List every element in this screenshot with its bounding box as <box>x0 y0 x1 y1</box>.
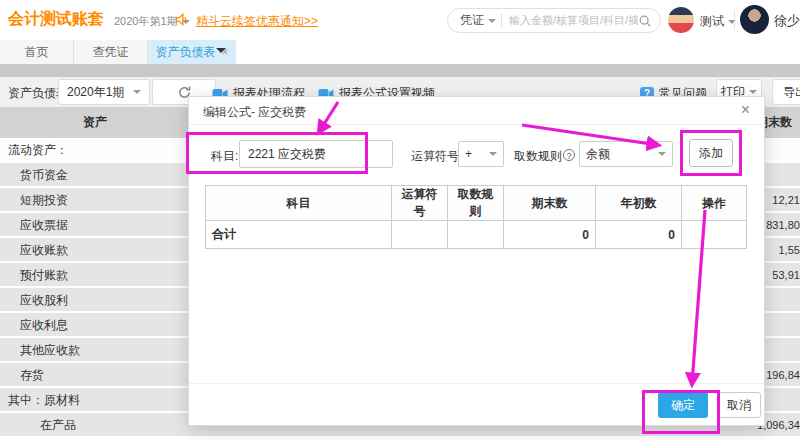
report-period-select[interactable]: 2020年1期 <box>58 79 150 105</box>
total-rule <box>448 221 504 249</box>
dialog-titlebar: 编辑公式- 应交税费 × <box>189 97 764 125</box>
formula-items-table: 科目 运算符号 取数规则 期末数 年初数 操作 合计 0 0 <box>205 185 747 249</box>
cancel-button[interactable]: 取消 <box>717 392 761 418</box>
account-owner-name: 徐少春个 <box>774 12 800 30</box>
subject-label: 科目: <box>211 143 238 169</box>
chevron-down-icon <box>489 152 497 160</box>
promo-notice-link[interactable]: 精斗云续签优惠通知>> <box>196 13 318 30</box>
total-opening-value: 0 <box>596 221 682 249</box>
tab-vouchers[interactable]: 查凭证 <box>74 40 148 64</box>
rule-label: 取数规则?： <box>514 143 588 169</box>
avatar[interactable] <box>668 7 694 33</box>
col-operator: 运算符号 <box>392 186 448 221</box>
app-window: 会计测试账套 2020年第1期 精斗云续签优惠通知>> 凭证 输入金额/核算项目… <box>0 0 800 440</box>
dialog-title: 编辑公式- 应交税费 <box>203 104 306 121</box>
avatar[interactable] <box>740 5 769 34</box>
col-action: 操作 <box>682 186 747 221</box>
search-category-dropdown[interactable]: 凭证 <box>460 12 484 29</box>
confirm-button[interactable]: 确定 <box>658 392 708 418</box>
total-row: 合计 0 0 <box>206 221 747 249</box>
edit-formula-dialog: 编辑公式- 应交税费 × 科目: 运算符号: + 取数规则?： 余额 添加 科目… <box>188 96 765 426</box>
close-icon[interactable]: × <box>741 101 750 119</box>
operator-label: 运算符号: <box>411 143 462 169</box>
account-set-title: 会计测试账套 <box>8 9 104 30</box>
col-closing: 期末数 <box>504 186 596 221</box>
operator-select[interactable]: + <box>458 141 504 167</box>
col-opening: 年初数 <box>596 186 682 221</box>
export-button[interactable]: 导出 <box>772 79 800 105</box>
divider <box>734 10 735 30</box>
global-search[interactable]: 凭证 输入金额/核算项目/科目/摘要 <box>447 8 661 33</box>
search-icon[interactable] <box>638 14 652 28</box>
total-label: 合计 <box>206 221 392 249</box>
divider <box>0 64 800 77</box>
user-menu[interactable]: 测试 <box>700 13 736 30</box>
col-subject: 科目 <box>206 186 392 221</box>
col-rule: 取数规则 <box>448 186 504 221</box>
total-operator <box>392 221 448 249</box>
tab-bar: 首页 查凭证 资产负债表× <box>0 40 800 64</box>
top-header: 会计测试账套 2020年第1期 精斗云续签优惠通知>> 凭证 输入金额/核算项目… <box>0 0 800 40</box>
dialog-footer: 确定 取消 <box>189 383 764 425</box>
help-icon[interactable]: ? <box>563 149 575 161</box>
tab-home[interactable]: 首页 <box>0 40 74 64</box>
search-input[interactable]: 输入金额/核算项目/科目/摘要 <box>509 13 638 28</box>
divider <box>501 14 502 27</box>
subject-input[interactable] <box>239 140 393 168</box>
total-action <box>682 221 747 249</box>
chevron-down-icon <box>488 19 496 27</box>
chevron-down-icon <box>133 90 141 98</box>
chevron-down-icon <box>658 152 666 160</box>
tab-list-dropdown-icon[interactable] <box>216 48 226 58</box>
speaker-icon <box>174 12 189 27</box>
add-button[interactable]: 添加 <box>689 139 733 167</box>
total-closing-value: 0 <box>504 221 596 249</box>
assets-column-header: 资产 <box>0 107 190 138</box>
rule-select[interactable]: 余额 <box>579 141 673 167</box>
table-header-row: 科目 运算符号 取数规则 期末数 年初数 操作 <box>206 186 747 221</box>
